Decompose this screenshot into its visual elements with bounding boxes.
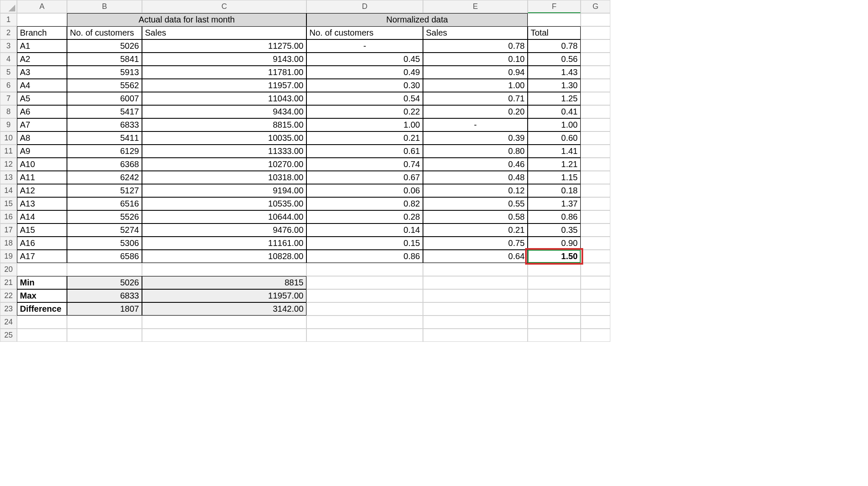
cell-B9[interactable]: 6833 xyxy=(67,118,142,131)
cell-E18[interactable]: 0.75 xyxy=(423,237,528,250)
cell-D25[interactable] xyxy=(306,329,423,342)
cell-B16[interactable]: 5526 xyxy=(67,210,142,223)
col-header-E[interactable]: E xyxy=(423,0,528,13)
cell-G9[interactable] xyxy=(581,118,610,131)
cell-D8[interactable]: 0.22 xyxy=(306,105,423,118)
cell-F16[interactable]: 0.86 xyxy=(528,210,581,223)
cell-A9[interactable]: A7 xyxy=(17,118,67,131)
cell-F17[interactable]: 0.35 xyxy=(528,223,581,237)
row-header-22[interactable]: 22 xyxy=(0,289,17,302)
cell-F14[interactable]: 0.18 xyxy=(528,184,581,197)
cell-D23[interactable] xyxy=(306,302,423,316)
cell-F15[interactable]: 1.37 xyxy=(528,197,581,210)
cell-F21[interactable] xyxy=(528,276,581,289)
cell-G3[interactable] xyxy=(581,39,610,53)
cell-B20[interactable] xyxy=(67,263,142,276)
cell-A22[interactable]: Max xyxy=(17,289,67,302)
cell-A16[interactable]: A14 xyxy=(17,210,67,223)
cell-A3[interactable]: A1 xyxy=(17,39,67,53)
cell-C18[interactable]: 11161.00 xyxy=(142,237,306,250)
cell-C9[interactable]: 8815.00 xyxy=(142,118,306,131)
cell-F2[interactable]: Total xyxy=(528,26,581,39)
row-header-11[interactable]: 11 xyxy=(0,145,17,158)
row-header-20[interactable]: 20 xyxy=(0,263,17,276)
cell-B4[interactable]: 5841 xyxy=(67,53,142,66)
cell-D12[interactable]: 0.74 xyxy=(306,158,423,171)
cell-D13[interactable]: 0.67 xyxy=(306,171,423,184)
cell-G2[interactable] xyxy=(581,26,610,39)
cell-E6[interactable]: 1.00 xyxy=(423,79,528,92)
cell-E4[interactable]: 0.10 xyxy=(423,53,528,66)
cell-A24[interactable] xyxy=(17,316,67,329)
cell-E20[interactable] xyxy=(423,263,528,276)
cell-B2[interactable]: No. of customers xyxy=(67,26,142,39)
cell-G17[interactable] xyxy=(581,223,610,237)
cell-D9[interactable]: 1.00 xyxy=(306,118,423,131)
cell-G12[interactable] xyxy=(581,158,610,171)
cell-C15[interactable]: 10535.00 xyxy=(142,197,306,210)
cell-C6[interactable]: 11957.00 xyxy=(142,79,306,92)
cell-D16[interactable]: 0.28 xyxy=(306,210,423,223)
cell-D15[interactable]: 0.82 xyxy=(306,197,423,210)
row-header-21[interactable]: 21 xyxy=(0,276,17,289)
row-header-16[interactable]: 16 xyxy=(0,210,17,223)
row-header-25[interactable]: 25 xyxy=(0,329,17,342)
cell-C11[interactable]: 11333.00 xyxy=(142,145,306,158)
cell-A5[interactable]: A3 xyxy=(17,66,67,79)
cell-E16[interactable]: 0.58 xyxy=(423,210,528,223)
row-header-14[interactable]: 14 xyxy=(0,184,17,197)
row-header-15[interactable]: 15 xyxy=(0,197,17,210)
cell-C5[interactable]: 11781.00 xyxy=(142,66,306,79)
cell-C14[interactable]: 9194.00 xyxy=(142,184,306,197)
cell-E17[interactable]: 0.21 xyxy=(423,223,528,237)
cell-B24[interactable] xyxy=(67,316,142,329)
cell-C22[interactable]: 11957.00 xyxy=(142,289,306,302)
cell-F8[interactable]: 0.41 xyxy=(528,105,581,118)
row-header-23[interactable]: 23 xyxy=(0,302,17,316)
row-header-7[interactable]: 7 xyxy=(0,92,17,105)
cell-B22[interactable]: 6833 xyxy=(67,289,142,302)
cell-E3[interactable]: 0.78 xyxy=(423,39,528,53)
cell-E10[interactable]: 0.39 xyxy=(423,131,528,145)
cell-E25[interactable] xyxy=(423,329,528,342)
cell-G19[interactable] xyxy=(581,250,610,263)
cell-G7[interactable] xyxy=(581,92,610,105)
cell-B1C1-merged[interactable]: Actual data for last month xyxy=(67,13,306,26)
cell-A15[interactable]: A13 xyxy=(17,197,67,210)
cell-G23[interactable] xyxy=(581,302,610,316)
cell-F3[interactable]: 0.78 xyxy=(528,39,581,53)
cell-G25[interactable] xyxy=(581,329,610,342)
cell-D2[interactable]: No. of customers xyxy=(306,26,423,39)
row-header-9[interactable]: 9 xyxy=(0,118,17,131)
cell-A7[interactable]: A5 xyxy=(17,92,67,105)
cell-D22[interactable] xyxy=(306,289,423,302)
cell-C2[interactable]: Sales xyxy=(142,26,306,39)
cell-G10[interactable] xyxy=(581,131,610,145)
cell-E11[interactable]: 0.80 xyxy=(423,145,528,158)
cell-A13[interactable]: A11 xyxy=(17,171,67,184)
cell-B5[interactable]: 5913 xyxy=(67,66,142,79)
row-header-4[interactable]: 4 xyxy=(0,53,17,66)
cell-F24[interactable] xyxy=(528,316,581,329)
cell-G8[interactable] xyxy=(581,105,610,118)
cell-G18[interactable] xyxy=(581,237,610,250)
cell-G1[interactable] xyxy=(581,13,610,26)
cell-E9[interactable]: - xyxy=(423,118,528,131)
cell-F11[interactable]: 1.41 xyxy=(528,145,581,158)
cell-C24[interactable] xyxy=(142,316,306,329)
row-header-1[interactable]: 1 xyxy=(0,13,17,26)
cell-F7[interactable]: 1.25 xyxy=(528,92,581,105)
row-header-6[interactable]: 6 xyxy=(0,79,17,92)
cell-G15[interactable] xyxy=(581,197,610,210)
cell-C19[interactable]: 10828.00 xyxy=(142,250,306,263)
cell-F19[interactable]: 1.50 xyxy=(528,250,581,263)
row-header-2[interactable]: 2 xyxy=(0,26,17,39)
cell-E14[interactable]: 0.12 xyxy=(423,184,528,197)
cell-F9[interactable]: 1.00 xyxy=(528,118,581,131)
cell-B21[interactable]: 5026 xyxy=(67,276,142,289)
cell-G21[interactable] xyxy=(581,276,610,289)
row-header-10[interactable]: 10 xyxy=(0,131,17,145)
cell-G11[interactable] xyxy=(581,145,610,158)
row-header-18[interactable]: 18 xyxy=(0,237,17,250)
cell-F10[interactable]: 0.60 xyxy=(528,131,581,145)
